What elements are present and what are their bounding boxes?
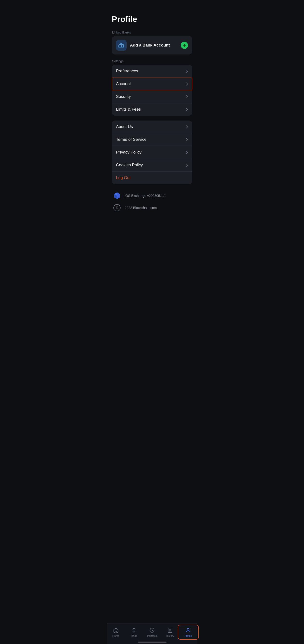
chevron-icon (186, 82, 188, 86)
svg-rect-3 (121, 45, 122, 47)
app-version-text: iOS Exchange v202305.1.1 (125, 194, 165, 198)
about-us-label: About Us (116, 124, 186, 129)
nav-profile[interactable]: Profile (179, 626, 197, 638)
chevron-icon (186, 108, 188, 111)
bottom-nav: Home Trade Portfolio (107, 624, 197, 644)
nav-history[interactable]: History (161, 626, 179, 638)
svg-rect-2 (118, 45, 119, 47)
nav-home[interactable]: Home (107, 626, 125, 638)
add-bank-button[interactable] (181, 42, 188, 49)
settings-card: Preferences Account Security (112, 65, 192, 116)
info-card: About Us Terms of Service Privacy Policy (112, 120, 192, 184)
preferences-label: Preferences (116, 69, 186, 74)
logout-item[interactable]: Log Out (112, 172, 192, 184)
terms-item[interactable]: Terms of Service (112, 133, 192, 146)
privacy-item[interactable]: Privacy Policy (112, 146, 192, 159)
bank-icon (116, 40, 127, 50)
add-bank-label: Add a Bank Account (130, 43, 177, 48)
linked-banks-label: Linked Banks (112, 30, 192, 34)
trade-nav-label: Trade (131, 634, 137, 637)
portfolio-nav-label: Portfolio (147, 634, 157, 637)
version-section: iOS Exchange v202305.1.1 © 2022 Blockcha… (112, 189, 192, 214)
copyright-text: 2022 Blockchain.com (125, 206, 157, 210)
page-title: Profile (112, 14, 192, 24)
cookies-label: Cookies Policy (116, 163, 186, 168)
chevron-icon (186, 125, 188, 128)
copyright-icon: © (113, 204, 121, 212)
chevron-icon (186, 138, 188, 141)
copyright-row: © 2022 Blockchain.com (113, 204, 191, 212)
chevron-icon (186, 151, 188, 154)
account-item[interactable]: Account (112, 78, 192, 90)
trade-icon (131, 627, 137, 634)
limits-fees-item[interactable]: Limits & Fees (112, 103, 192, 116)
chevron-icon (186, 70, 188, 73)
app-logo-icon (113, 191, 121, 200)
preferences-item[interactable]: Preferences (112, 65, 192, 78)
nav-trade[interactable]: Trade (125, 626, 143, 638)
settings-label: Settings (112, 59, 192, 63)
nav-portfolio[interactable]: Portfolio (143, 626, 161, 638)
history-icon (167, 627, 173, 634)
about-us-item[interactable]: About Us (112, 120, 192, 133)
page-container: Profile Linked Banks Add a Bank Account (107, 0, 197, 238)
svg-rect-4 (123, 45, 124, 47)
account-label: Account (116, 82, 186, 86)
privacy-label: Privacy Policy (116, 150, 186, 155)
home-icon (113, 627, 119, 634)
home-indicator (138, 642, 166, 642)
app-version-row: iOS Exchange v202305.1.1 (113, 191, 191, 200)
chevron-icon (186, 164, 188, 167)
svg-rect-1 (118, 47, 124, 48)
home-nav-label: Home (112, 634, 119, 637)
security-item[interactable]: Security (112, 90, 192, 103)
profile-nav-label: Profile (184, 634, 192, 637)
cookies-item[interactable]: Cookies Policy (112, 159, 192, 172)
limits-fees-label: Limits & Fees (116, 107, 186, 112)
svg-point-19 (187, 628, 189, 630)
history-nav-label: History (166, 634, 174, 637)
portfolio-icon (149, 627, 155, 634)
security-label: Security (116, 94, 186, 99)
profile-icon (185, 627, 191, 634)
svg-text:©: © (116, 206, 118, 210)
chevron-icon (186, 95, 188, 98)
logout-label: Log Out (116, 176, 188, 180)
add-bank-item[interactable]: Add a Bank Account (112, 36, 192, 54)
linked-banks-card: Add a Bank Account (112, 36, 192, 54)
terms-label: Terms of Service (116, 137, 186, 142)
